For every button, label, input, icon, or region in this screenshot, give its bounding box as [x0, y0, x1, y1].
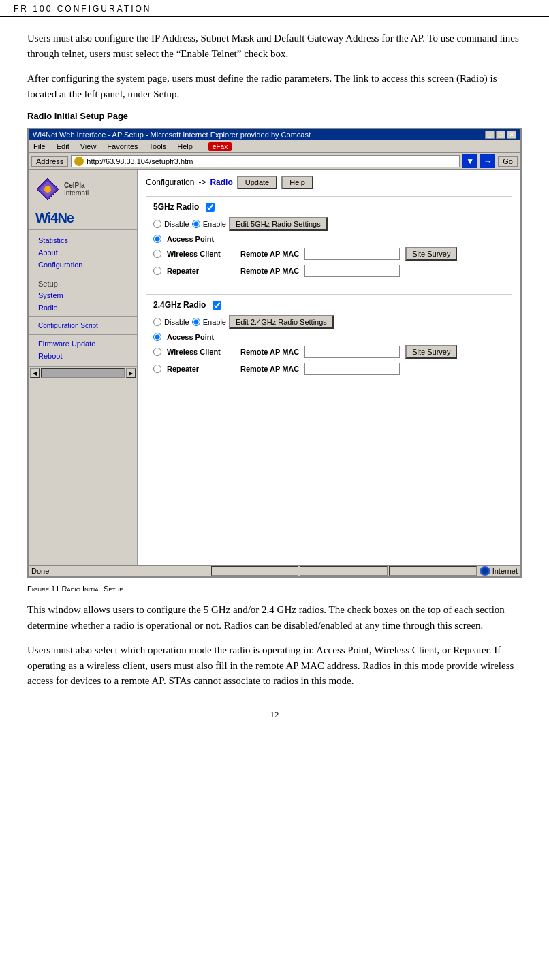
- radio-24ghz-section: 2.4GHz Radio Disable Enable Edit 2.4GHz …: [146, 294, 512, 385]
- radio-5ghz-header: 5GHz Radio: [153, 202, 505, 212]
- header-title: FR 100 CONFIGURATION: [14, 4, 151, 14]
- radio-5ghz-disable-label: Disable: [164, 220, 189, 228]
- page-content: Users must also configure the IP Address…: [0, 17, 549, 734]
- radio-24ghz-mac-label1: Remote AP MAC: [240, 348, 299, 356]
- sidebar-divider2: [29, 316, 137, 317]
- radio-24ghz-settings-button[interactable]: Edit 2.4GHz Radio Settings: [229, 315, 334, 329]
- internet-label: Internet: [492, 567, 518, 575]
- browser-body: CelPla Internati Wi4Ne Statistics About …: [29, 170, 520, 565]
- sidebar-item-reboot[interactable]: Reboot: [29, 350, 137, 362]
- sidebar-item-system[interactable]: System: [29, 289, 137, 301]
- scroll-right-button[interactable]: ▶: [126, 368, 136, 378]
- scroll-track[interactable]: [41, 368, 125, 378]
- go-arrow-button[interactable]: →: [480, 154, 495, 168]
- radio-24ghz-wc-radio[interactable]: [153, 348, 161, 356]
- radio-5ghz-checkbox[interactable]: [206, 203, 215, 212]
- menu-view[interactable]: View: [78, 142, 99, 151]
- radio-24ghz-mac-label2: Remote AP MAC: [240, 365, 299, 373]
- status-seg3: [389, 566, 477, 576]
- svg-point-2: [44, 186, 51, 193]
- sidebar-divider3: [29, 334, 137, 335]
- sidebar-item-configuration[interactable]: Configuration: [29, 259, 137, 271]
- radio-5ghz-mac-label1: Remote AP MAC: [240, 250, 299, 258]
- radio-5ghz-repeater-radio[interactable]: [153, 267, 161, 275]
- radio-5ghz-disable-enable: Disable Enable Edit 5GHz Radio Settings: [153, 217, 505, 231]
- radio-24ghz-repeater-row: Repeater Remote AP MAC: [153, 363, 505, 375]
- sidebar-item-config-script[interactable]: Configuration Script: [29, 320, 137, 331]
- radio-24ghz-wireless-client-row: Wireless Client Remote AP MAC Site Surve…: [153, 345, 505, 359]
- radio-5ghz-wireless-client-row: Wireless Client Remote AP MAC Site Surve…: [153, 247, 505, 261]
- radio-5ghz-mac-input2[interactable]: [304, 265, 400, 277]
- update-button[interactable]: Update: [237, 176, 277, 189]
- intro-para1: Users must also configure the IP Address…: [27, 31, 522, 61]
- internet-icon: [480, 566, 490, 576]
- status-seg2: [300, 566, 388, 576]
- body-para3: This window allows users to configure th…: [27, 602, 522, 633]
- figure-caption: Figure 11 Radio Initial Setup: [27, 585, 522, 593]
- radio-5ghz-ap-radio[interactable]: [153, 235, 161, 243]
- radio-24ghz-disable-radio[interactable]: [153, 318, 161, 326]
- radio-5ghz-site-survey-button[interactable]: Site Survey: [405, 247, 457, 261]
- radio-5ghz-repeater-label: Repeater: [167, 267, 235, 275]
- radio-5ghz-settings-button[interactable]: Edit 5GHz Radio Settings: [229, 217, 328, 231]
- efax-button[interactable]: eFax: [208, 142, 232, 151]
- section-title: Radio Initial Setup Page: [27, 111, 522, 121]
- menu-file[interactable]: File: [31, 142, 48, 151]
- radio-5ghz-wc-label: Wireless Client: [167, 250, 235, 258]
- minimize-button[interactable]: _: [485, 131, 495, 139]
- close-button[interactable]: ✕: [507, 131, 516, 139]
- brand-line2: Internati: [64, 189, 89, 197]
- radio-5ghz-access-point-row: Access Point: [153, 235, 505, 243]
- menu-help[interactable]: Help: [175, 142, 195, 151]
- radio-5ghz-repeater-row: Repeater Remote AP MAC: [153, 265, 505, 277]
- radio-24ghz-disable-label: Disable: [164, 318, 189, 326]
- status-bar-segments: [211, 566, 477, 576]
- radio-24ghz-wc-label: Wireless Client: [167, 348, 235, 356]
- browser-statusbar: Done Internet: [29, 565, 520, 576]
- radio-24ghz-checkbox[interactable]: [213, 301, 221, 310]
- radio-24ghz-mac-input2[interactable]: [304, 363, 400, 375]
- radio-24ghz-enable-radio[interactable]: [192, 318, 200, 326]
- radio-24ghz-access-point-row: Access Point: [153, 333, 505, 341]
- page-icon: [74, 157, 84, 166]
- radio-24ghz-site-survey-button[interactable]: Site Survey: [405, 345, 457, 359]
- scroll-left-button[interactable]: ◀: [30, 368, 40, 378]
- sidebar-item-statistics[interactable]: Statistics: [29, 234, 137, 246]
- main-panel: Configuration -> Radio Update Help 5GHz …: [138, 170, 520, 565]
- help-button[interactable]: Help: [281, 176, 313, 189]
- radio-24ghz-title: 2.4GHz Radio: [153, 300, 206, 310]
- go-button[interactable]: Go: [498, 156, 518, 167]
- sidebar-scrollbar: ◀ ▶: [29, 366, 137, 379]
- radio-5ghz-disable-radio[interactable]: [153, 220, 161, 228]
- titlebar-buttons: _ □ ✕: [485, 131, 516, 139]
- address-dropdown-arrow[interactable]: ▼: [462, 154, 477, 168]
- menu-favorites[interactable]: Favorites: [105, 142, 140, 151]
- radio-24ghz-repeater-radio[interactable]: [153, 365, 161, 373]
- config-nav-label: Configuration: [146, 178, 194, 187]
- radio-24ghz-header: 2.4GHz Radio: [153, 300, 505, 310]
- radio-24ghz-mac-input1[interactable]: [304, 346, 400, 358]
- maximize-button[interactable]: □: [496, 131, 505, 139]
- brand-line1: CelPla: [64, 182, 89, 189]
- intro-para2: After configuring the system page, users…: [27, 71, 522, 101]
- radio-24ghz-ap-radio[interactable]: [153, 333, 161, 341]
- radio-5ghz-title: 5GHz Radio: [153, 202, 199, 212]
- browser-window: Wi4Net Web Interface - AP Setup - Micros…: [27, 128, 522, 578]
- sidebar-item-radio[interactable]: Radio: [29, 301, 137, 314]
- status-done-text: Done: [31, 567, 208, 575]
- browser-menubar: File Edit View Favorites Tools Help eFax: [29, 140, 520, 153]
- radio-5ghz-enable-radio[interactable]: [192, 220, 200, 228]
- menu-tools[interactable]: Tools: [147, 142, 169, 151]
- config-nav-arrow: ->: [198, 178, 206, 187]
- radio-5ghz-section: 5GHz Radio Disable Enable Edit 5GHz Radi…: [146, 196, 512, 287]
- sidebar-item-about[interactable]: About: [29, 246, 137, 259]
- radio-5ghz-wc-radio[interactable]: [153, 250, 161, 258]
- radio-5ghz-mac-input1[interactable]: [304, 248, 400, 260]
- menu-edit[interactable]: Edit: [54, 142, 72, 151]
- sidebar-item-firmware-update[interactable]: Firmware Update: [29, 338, 137, 350]
- sidebar-wi4ne-label: Wi4Ne: [29, 206, 137, 230]
- setup-label: Setup: [29, 277, 137, 289]
- address-input-container[interactable]: http://63.98.33.104/setupfr3.htm: [71, 155, 460, 167]
- body-para4: Users must also select which operation m…: [27, 642, 522, 689]
- sidebar-nav: Statistics About Configuration Setup Sys…: [29, 230, 137, 366]
